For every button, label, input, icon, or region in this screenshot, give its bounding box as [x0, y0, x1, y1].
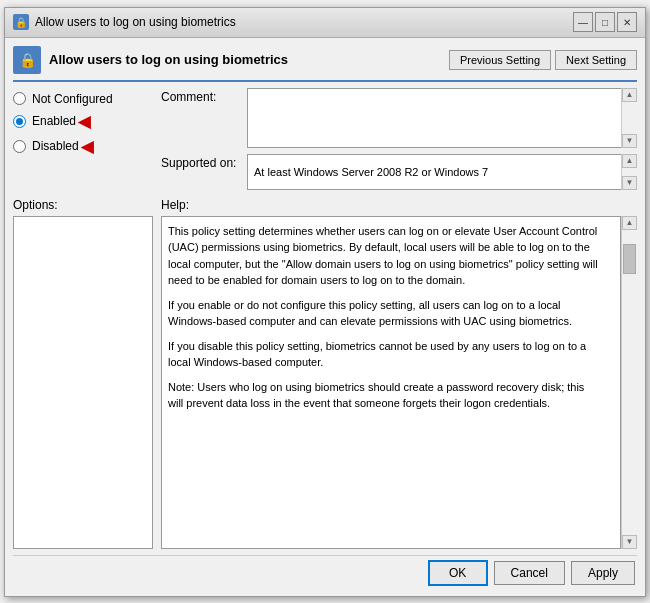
content-area: 🔒 Allow users to log on using biometrics… — [5, 38, 645, 596]
options-box — [13, 216, 153, 549]
title-bar-left: 🔒 Allow users to log on using biometrics — [13, 14, 236, 30]
previous-setting-button[interactable]: Previous Setting — [449, 50, 551, 70]
bottom-section: Options: Help: This policy setting deter… — [13, 198, 637, 549]
apply-button[interactable]: Apply — [571, 561, 635, 585]
next-setting-button[interactable]: Next Setting — [555, 50, 637, 70]
comment-scroll-up[interactable]: ▲ — [622, 88, 637, 102]
options-label: Options: — [13, 198, 153, 212]
main-content: Not Configured Enabled ◀ — [13, 88, 637, 549]
header-row: 🔒 Allow users to log on using biometrics… — [13, 46, 637, 82]
disabled-arrow: ◀ — [81, 137, 93, 156]
supported-row: Supported on: At least Windows Server 20… — [161, 154, 637, 190]
radio-not-configured-input[interactable] — [13, 92, 26, 105]
header-buttons: Previous Setting Next Setting — [449, 50, 637, 70]
radio-enabled-input[interactable] — [13, 115, 26, 128]
supported-scroll-up[interactable]: ▲ — [622, 154, 637, 168]
radio-disabled[interactable]: Disabled — [13, 139, 79, 153]
title-bar: 🔒 Allow users to log on using biometrics… — [5, 8, 645, 38]
window-icon: 🔒 — [13, 14, 29, 30]
header-icon: 🔒 — [13, 46, 41, 74]
maximize-button[interactable]: □ — [595, 12, 615, 32]
help-scroll-up[interactable]: ▲ — [622, 216, 637, 230]
enabled-arrow: ◀ — [78, 112, 90, 131]
left-panel: Not Configured Enabled ◀ — [13, 88, 153, 190]
comment-row: Comment: ▲ ▼ — [161, 88, 637, 148]
help-scrollbar: ▲ ▼ — [621, 216, 637, 549]
main-window: 🔒 Allow users to log on using biometrics… — [4, 7, 646, 597]
help-label: Help: — [161, 198, 637, 212]
options-panel: Options: — [13, 198, 153, 549]
window-title: Allow users to log on using biometrics — [35, 15, 236, 29]
comment-container: ▲ ▼ — [247, 88, 637, 148]
radio-disabled-input[interactable] — [13, 140, 26, 153]
supported-label: Supported on: — [161, 154, 241, 170]
supported-container: At least Windows Server 2008 R2 or Windo… — [247, 154, 637, 190]
ok-button[interactable]: OK — [428, 560, 488, 586]
help-scroll-down[interactable]: ▼ — [622, 535, 637, 549]
help-para-1: This policy setting determines whether u… — [168, 223, 602, 289]
help-para-2: If you enable or do not configure this p… — [168, 297, 602, 330]
radio-not-configured-label: Not Configured — [32, 92, 113, 106]
radio-enabled-label: Enabled — [32, 114, 76, 128]
comment-scroll-down[interactable]: ▼ — [622, 134, 637, 148]
title-bar-controls: — □ ✕ — [573, 12, 637, 32]
comment-scrollbar: ▲ ▼ — [621, 88, 637, 148]
comment-label: Comment: — [161, 88, 241, 104]
header-left: 🔒 Allow users to log on using biometrics — [13, 46, 288, 74]
bottom-bar: OK Cancel Apply — [13, 555, 637, 588]
top-section: Not Configured Enabled ◀ — [13, 88, 637, 190]
comment-box[interactable] — [247, 88, 637, 148]
header-title: Allow users to log on using biometrics — [49, 52, 288, 67]
radio-group: Not Configured Enabled ◀ — [13, 88, 153, 156]
cancel-button[interactable]: Cancel — [494, 561, 565, 585]
help-para-4: Note: Users who log on using biometrics … — [168, 379, 602, 412]
help-text-box: This policy setting determines whether u… — [161, 216, 621, 549]
help-container: This policy setting determines whether u… — [161, 216, 637, 549]
minimize-button[interactable]: — — [573, 12, 593, 32]
help-panel: Help: This policy setting determines whe… — [161, 198, 637, 549]
help-scroll-thumb[interactable] — [623, 244, 636, 274]
supported-scrollbar: ▲ ▼ — [621, 154, 637, 190]
right-panel: Comment: ▲ ▼ Supported on: — [161, 88, 637, 190]
radio-disabled-label: Disabled — [32, 139, 79, 153]
supported-value: At least Windows Server 2008 R2 or Windo… — [247, 154, 637, 190]
supported-scroll-down[interactable]: ▼ — [622, 176, 637, 190]
radio-not-configured[interactable]: Not Configured — [13, 92, 153, 106]
radio-enabled[interactable]: Enabled — [13, 114, 76, 128]
close-button[interactable]: ✕ — [617, 12, 637, 32]
radio-enabled-dot — [16, 118, 23, 125]
help-para-3: If you disable this policy setting, biom… — [168, 338, 602, 371]
